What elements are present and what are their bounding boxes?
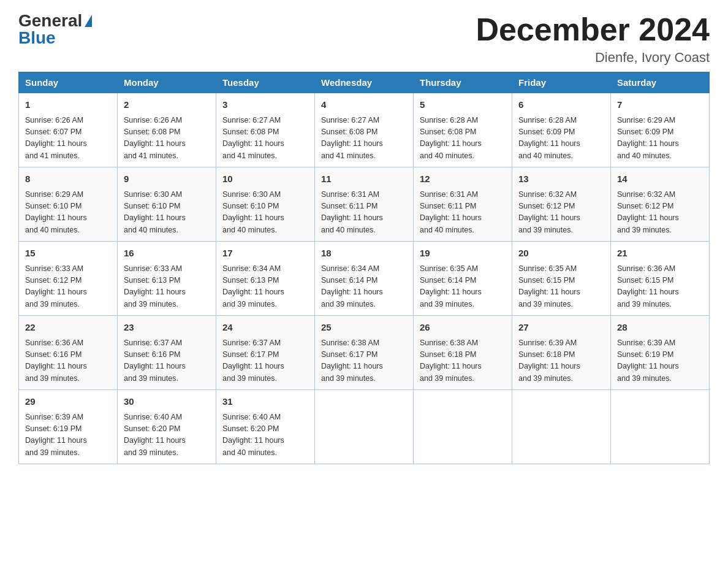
day-info: Sunrise: 6:26 AMSunset: 6:08 PMDaylight:…: [124, 115, 210, 163]
day-info: Sunrise: 6:38 AMSunset: 6:17 PMDaylight:…: [321, 337, 407, 385]
day-number: 20: [518, 247, 604, 261]
day-number: 31: [222, 395, 308, 409]
calendar-cell: 22Sunrise: 6:36 AMSunset: 6:16 PMDayligh…: [19, 316, 118, 390]
day-number: 16: [124, 247, 210, 261]
calendar-cell: 17Sunrise: 6:34 AMSunset: 6:13 PMDayligh…: [216, 242, 315, 316]
calendar-cell: 30Sunrise: 6:40 AMSunset: 6:20 PMDayligh…: [118, 390, 216, 464]
day-info: Sunrise: 6:26 AMSunset: 6:07 PMDaylight:…: [25, 115, 111, 163]
calendar-cell: 19Sunrise: 6:35 AMSunset: 6:14 PMDayligh…: [414, 242, 512, 316]
location: Dienfe, Ivory Coast: [476, 50, 710, 66]
day-number: 2: [124, 98, 210, 112]
day-info: Sunrise: 6:30 AMSunset: 6:10 PMDaylight:…: [124, 189, 210, 237]
day-number: 18: [321, 247, 407, 261]
day-number: 6: [518, 98, 604, 112]
day-info: Sunrise: 6:39 AMSunset: 6:18 PMDaylight:…: [518, 337, 604, 385]
day-number: 23: [124, 321, 210, 335]
week-row-2: 8Sunrise: 6:29 AMSunset: 6:10 PMDaylight…: [19, 167, 710, 242]
day-info: Sunrise: 6:30 AMSunset: 6:10 PMDaylight:…: [222, 189, 308, 237]
calendar-cell: 5Sunrise: 6:28 AMSunset: 6:08 PMDaylight…: [414, 93, 512, 167]
week-row-1: 1Sunrise: 6:26 AMSunset: 6:07 PMDaylight…: [19, 93, 710, 167]
day-number: 7: [617, 98, 703, 112]
calendar-cell: 4Sunrise: 6:27 AMSunset: 6:08 PMDaylight…: [315, 93, 414, 167]
calendar-cell: 9Sunrise: 6:30 AMSunset: 6:10 PMDaylight…: [118, 167, 216, 242]
day-number: 1: [25, 98, 111, 112]
calendar-cell: 25Sunrise: 6:38 AMSunset: 6:17 PMDayligh…: [315, 316, 414, 390]
header-wednesday: Wednesday: [315, 72, 414, 93]
calendar-header: SundayMondayTuesdayWednesdayThursdayFrid…: [19, 72, 710, 93]
day-info: Sunrise: 6:32 AMSunset: 6:12 PMDaylight:…: [617, 189, 703, 237]
day-info: Sunrise: 6:27 AMSunset: 6:08 PMDaylight:…: [321, 115, 407, 163]
day-info: Sunrise: 6:39 AMSunset: 6:19 PMDaylight:…: [617, 337, 703, 385]
day-number: 14: [617, 172, 703, 186]
day-number: 27: [518, 321, 604, 335]
calendar-cell: 8Sunrise: 6:29 AMSunset: 6:10 PMDaylight…: [19, 167, 118, 242]
calendar-cell: 14Sunrise: 6:32 AMSunset: 6:12 PMDayligh…: [611, 167, 710, 242]
day-info: Sunrise: 6:28 AMSunset: 6:09 PMDaylight:…: [518, 115, 604, 163]
day-info: Sunrise: 6:31 AMSunset: 6:11 PMDaylight:…: [420, 189, 506, 237]
week-row-5: 29Sunrise: 6:39 AMSunset: 6:19 PMDayligh…: [19, 390, 710, 464]
logo-triangle-icon: [85, 15, 92, 27]
calendar-cell: 12Sunrise: 6:31 AMSunset: 6:11 PMDayligh…: [414, 167, 512, 242]
day-number: 24: [222, 321, 308, 335]
day-number: 25: [321, 321, 407, 335]
day-info: Sunrise: 6:29 AMSunset: 6:10 PMDaylight:…: [25, 189, 111, 237]
header-thursday: Thursday: [414, 72, 512, 93]
calendar-cell: [512, 390, 611, 464]
logo-blue: Blue: [18, 29, 56, 47]
day-number: 26: [420, 321, 506, 335]
day-number: 4: [321, 98, 407, 112]
calendar-cell: 15Sunrise: 6:33 AMSunset: 6:12 PMDayligh…: [19, 242, 118, 316]
day-info: Sunrise: 6:28 AMSunset: 6:08 PMDaylight:…: [420, 115, 506, 163]
day-info: Sunrise: 6:27 AMSunset: 6:08 PMDaylight:…: [222, 115, 308, 163]
calendar-cell: 6Sunrise: 6:28 AMSunset: 6:09 PMDaylight…: [512, 93, 611, 167]
day-number: 3: [222, 98, 308, 112]
day-number: 29: [25, 395, 111, 409]
day-number: 21: [617, 247, 703, 261]
header-tuesday: Tuesday: [216, 72, 315, 93]
week-row-4: 22Sunrise: 6:36 AMSunset: 6:16 PMDayligh…: [19, 316, 710, 390]
calendar-cell: 1Sunrise: 6:26 AMSunset: 6:07 PMDaylight…: [19, 93, 118, 167]
day-info: Sunrise: 6:37 AMSunset: 6:17 PMDaylight:…: [222, 337, 308, 385]
header-sunday: Sunday: [19, 72, 118, 93]
day-number: 12: [420, 172, 506, 186]
header-row: SundayMondayTuesdayWednesdayThursdayFrid…: [19, 72, 710, 93]
day-number: 11: [321, 172, 407, 186]
header-monday: Monday: [118, 72, 216, 93]
day-info: Sunrise: 6:35 AMSunset: 6:14 PMDaylight:…: [420, 263, 506, 311]
day-number: 17: [222, 247, 308, 261]
day-number: 9: [124, 172, 210, 186]
calendar-cell: [611, 390, 710, 464]
day-number: 30: [124, 395, 210, 409]
day-number: 10: [222, 172, 308, 186]
day-info: Sunrise: 6:29 AMSunset: 6:09 PMDaylight:…: [617, 115, 703, 163]
day-info: Sunrise: 6:38 AMSunset: 6:18 PMDaylight:…: [420, 337, 506, 385]
day-info: Sunrise: 6:33 AMSunset: 6:12 PMDaylight:…: [25, 263, 111, 311]
calendar-body: 1Sunrise: 6:26 AMSunset: 6:07 PMDaylight…: [19, 93, 710, 464]
calendar-cell: 18Sunrise: 6:34 AMSunset: 6:14 PMDayligh…: [315, 242, 414, 316]
calendar-cell: 20Sunrise: 6:35 AMSunset: 6:15 PMDayligh…: [512, 242, 611, 316]
day-info: Sunrise: 6:39 AMSunset: 6:19 PMDaylight:…: [25, 412, 111, 459]
day-info: Sunrise: 6:34 AMSunset: 6:13 PMDaylight:…: [222, 263, 308, 311]
day-info: Sunrise: 6:34 AMSunset: 6:14 PMDaylight:…: [321, 263, 407, 311]
calendar-cell: 26Sunrise: 6:38 AMSunset: 6:18 PMDayligh…: [414, 316, 512, 390]
calendar-cell: 27Sunrise: 6:39 AMSunset: 6:18 PMDayligh…: [512, 316, 611, 390]
header-saturday: Saturday: [611, 72, 710, 93]
day-info: Sunrise: 6:31 AMSunset: 6:11 PMDaylight:…: [321, 189, 407, 237]
day-number: 5: [420, 98, 506, 112]
calendar-cell: 11Sunrise: 6:31 AMSunset: 6:11 PMDayligh…: [315, 167, 414, 242]
month-title: December 2024: [476, 12, 710, 47]
calendar-cell: 10Sunrise: 6:30 AMSunset: 6:10 PMDayligh…: [216, 167, 315, 242]
day-number: 22: [25, 321, 111, 335]
title-block: December 2024 Dienfe, Ivory Coast: [476, 12, 710, 66]
calendar-cell: 13Sunrise: 6:32 AMSunset: 6:12 PMDayligh…: [512, 167, 611, 242]
logo: General Blue: [18, 12, 92, 47]
day-number: 13: [518, 172, 604, 186]
day-info: Sunrise: 6:40 AMSunset: 6:20 PMDaylight:…: [222, 412, 308, 459]
header-friday: Friday: [512, 72, 611, 93]
calendar-cell: 24Sunrise: 6:37 AMSunset: 6:17 PMDayligh…: [216, 316, 315, 390]
day-number: 8: [25, 172, 111, 186]
day-info: Sunrise: 6:36 AMSunset: 6:16 PMDaylight:…: [25, 337, 111, 385]
day-info: Sunrise: 6:35 AMSunset: 6:15 PMDaylight:…: [518, 263, 604, 311]
calendar-cell: 21Sunrise: 6:36 AMSunset: 6:15 PMDayligh…: [611, 242, 710, 316]
calendar-cell: 7Sunrise: 6:29 AMSunset: 6:09 PMDaylight…: [611, 93, 710, 167]
